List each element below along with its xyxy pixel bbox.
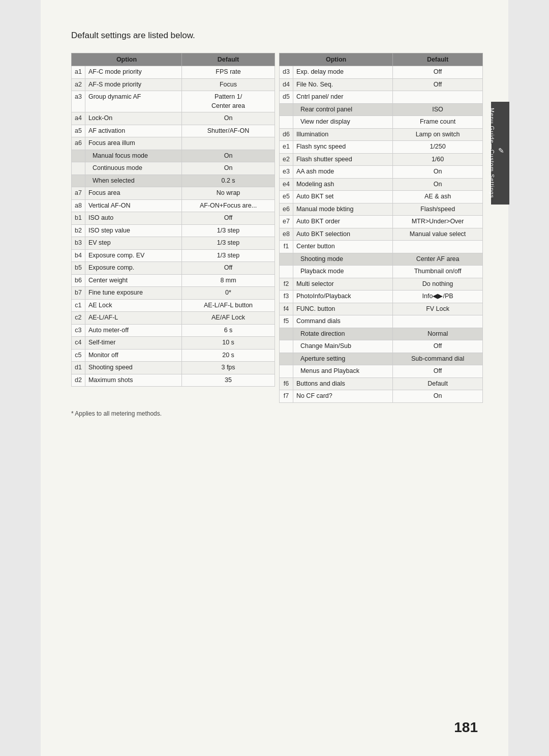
- row-code: c3: [72, 324, 85, 337]
- row-code: d4: [280, 78, 293, 91]
- row-code: e2: [280, 153, 293, 166]
- row-default: 10 s: [182, 337, 275, 350]
- row-option: Manual focus mode: [85, 150, 181, 162]
- row-default: AF-ON+Focus are...: [182, 199, 275, 212]
- table-row: When selected0.2 s: [72, 175, 275, 187]
- row-default: Focus: [182, 78, 275, 91]
- left-table-wrapper: Option Default a1AF-C mode priorityFPS r…: [71, 53, 275, 403]
- right-table: Option Default d3Exp. delay modeOffd4Fil…: [279, 53, 483, 403]
- row-default: Do nothing: [393, 278, 483, 290]
- row-option: Aperture setting: [293, 353, 392, 365]
- row-code: a1: [72, 66, 85, 79]
- row-code: b1: [72, 212, 85, 225]
- table-row: f3PhotoInfo/PlaybackInfo◀▶/PB: [280, 290, 483, 303]
- table-row: a8Vertical AF-ONAF-ON+Focus are...: [72, 199, 275, 212]
- row-default: 6 s: [182, 324, 275, 337]
- intro-text: Default settings are listed below.: [71, 31, 483, 41]
- row-option: Playback mode: [293, 266, 392, 278]
- row-option: Change Main/Sub: [293, 340, 392, 353]
- row-option: View nder display: [293, 116, 392, 129]
- row-code: a4: [72, 112, 85, 125]
- row-code: f3: [280, 290, 293, 303]
- row-option: AF activation: [85, 125, 181, 137]
- row-option: Exposure comp. EV: [85, 249, 181, 262]
- table-row: d1Shooting speed3 fps: [72, 362, 275, 374]
- row-option: Vertical AF-ON: [85, 199, 181, 212]
- row-option: Monitor off: [85, 349, 181, 362]
- row-option: Shooting mode: [293, 253, 392, 266]
- row-default: Pattern 1/ Center area: [182, 91, 275, 112]
- row-code: e5: [280, 191, 293, 203]
- row-option: When selected: [85, 175, 181, 187]
- table-row: Aperture settingSub-command dial: [280, 353, 483, 365]
- row-option: Auto meter-off: [85, 324, 181, 337]
- row-default: Flash/speed: [393, 203, 483, 216]
- row-default: Off: [182, 262, 275, 275]
- table-row: c5Monitor off20 s: [72, 349, 275, 362]
- table-row: e5Auto BKT setAE & ash: [280, 191, 483, 203]
- row-default: [393, 315, 483, 328]
- table-row: d2Maximum shots35: [72, 374, 275, 387]
- row-default: 1/3 step: [182, 237, 275, 250]
- row-option: AE-L/AF-L: [85, 312, 181, 325]
- row-default: On: [393, 178, 483, 191]
- row-option: Continuous mode: [85, 162, 181, 175]
- row-option: AF-C mode priority: [85, 66, 181, 79]
- row-option: ISO step value: [85, 224, 181, 237]
- row-default: 1/60: [393, 153, 483, 166]
- row-code: [280, 253, 293, 266]
- side-tab-label: Menu Guide—Custom Settings: [489, 108, 495, 198]
- row-option: Exposure comp.: [85, 262, 181, 275]
- row-default: Info◀▶/PB: [393, 290, 483, 303]
- row-code: b6: [72, 274, 85, 287]
- row-option: Rotate direction: [293, 328, 392, 340]
- row-option: ISO auto: [85, 212, 181, 225]
- row-code: f6: [280, 377, 293, 390]
- row-code: e7: [280, 216, 293, 228]
- table-row: Continuous modeOn: [72, 162, 275, 175]
- row-default: On: [182, 162, 275, 175]
- row-code: b5: [72, 262, 85, 275]
- row-code: [280, 340, 293, 353]
- row-default: 1/250: [393, 141, 483, 154]
- table-row: e7Auto BKT orderMTR>Under>Over: [280, 216, 483, 228]
- row-code: d6: [280, 128, 293, 141]
- table-row: e1Flash sync speed1/250: [280, 141, 483, 154]
- row-default: On: [393, 390, 483, 403]
- row-code: b7: [72, 287, 85, 300]
- row-option: Buttons and dials: [293, 377, 392, 390]
- row-code: [280, 328, 293, 340]
- row-option: PhotoInfo/Playback: [293, 290, 392, 303]
- row-default: Manual value select: [393, 228, 483, 241]
- table-row: f6Buttons and dialsDefault: [280, 377, 483, 390]
- row-code: c2: [72, 312, 85, 325]
- row-code: [72, 150, 85, 162]
- row-option: Maximum shots: [85, 374, 181, 387]
- row-code: f5: [280, 315, 293, 328]
- row-default: Off: [393, 365, 483, 378]
- table-row: a1AF-C mode priorityFPS rate: [72, 66, 275, 79]
- page: ✎ Menu Guide—Custom Settings Default set…: [41, 0, 508, 756]
- row-default: FPS rate: [182, 66, 275, 79]
- row-code: a3: [72, 91, 85, 112]
- table-row: f7No CF card?On: [280, 390, 483, 403]
- table-row: b5Exposure comp.Off: [72, 262, 275, 275]
- row-code: f2: [280, 278, 293, 290]
- row-code: [280, 365, 293, 378]
- row-default: AE/AF Lock: [182, 312, 275, 325]
- row-option: Flash sync speed: [293, 141, 392, 154]
- row-code: e3: [280, 166, 293, 179]
- row-option: AF-S mode priority: [85, 78, 181, 91]
- row-option: Exp. delay mode: [293, 66, 392, 79]
- row-default: Normal: [393, 328, 483, 340]
- table-row: b3EV step1/3 step: [72, 237, 275, 250]
- row-code: f1: [280, 241, 293, 253]
- table-row: b4Exposure comp. EV1/3 step: [72, 249, 275, 262]
- row-option: AA ash mode: [293, 166, 392, 179]
- table-row: a7Focus areaNo wrap: [72, 187, 275, 200]
- row-default: 1/3 step: [182, 224, 275, 237]
- row-default: 35: [182, 374, 275, 387]
- row-default: [393, 91, 483, 104]
- row-default: On: [182, 112, 275, 125]
- row-default: Off: [393, 340, 483, 353]
